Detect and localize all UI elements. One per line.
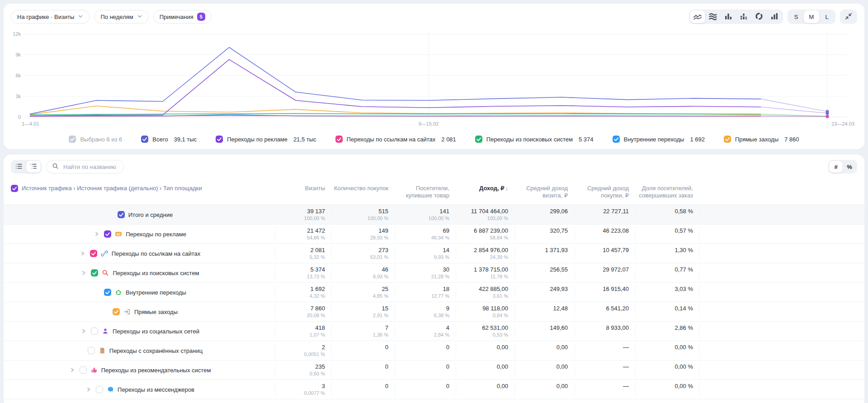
header-checkbox[interactable] [11, 185, 18, 192]
tree-list-view-button[interactable] [26, 161, 41, 173]
row-checkbox[interactable] [91, 269, 98, 276]
row-checkbox[interactable] [104, 230, 111, 238]
metric-percent: 28,93 % [332, 234, 388, 241]
metric-percent [515, 293, 568, 300]
period-dropdown[interactable]: По неделям [94, 10, 148, 23]
column-header[interactable]: Средний доход визита, ₽ [514, 185, 574, 199]
expand-chevron-icon[interactable] [80, 269, 87, 276]
flat-list-view-button[interactable] [12, 161, 26, 173]
row-checkbox[interactable] [104, 289, 111, 296]
row-name-label[interactable]: Переходы с сохранённых страниц [109, 347, 203, 354]
chart-type-line-button[interactable] [690, 10, 705, 23]
chart-type-stacked-bar-button[interactable] [736, 10, 751, 23]
dimension-breadcrumb[interactable]: Источник трафика › Источник трафика (дет… [22, 185, 202, 192]
chart-end-point [826, 115, 829, 118]
expand-chevron-icon[interactable] [93, 230, 100, 238]
column-header[interactable]: Посетители, купившие товар [395, 185, 456, 199]
legend-checkbox[interactable] [335, 136, 343, 143]
row-name-label[interactable]: Итого и средние [128, 211, 173, 218]
legend-select-all[interactable]: Выбрано 6 из 6 [69, 136, 122, 143]
row-checkbox[interactable] [96, 386, 103, 393]
legend-item[interactable]: Прямые заходы7 860 [724, 136, 799, 143]
row-checkbox[interactable] [113, 308, 120, 315]
legend-item[interactable]: Переходы по ссылкам на сайтах2 081 [335, 136, 456, 143]
row-checkbox[interactable] [90, 250, 97, 257]
metric-percent: 24,39 % [456, 254, 508, 261]
metric-value: 3,03 % [636, 285, 693, 293]
table-row: Итого и средние39 137100,00 %515100,00 %… [4, 205, 864, 225]
metric-cell: 2350,60 % [275, 363, 331, 377]
search-icon [52, 163, 59, 171]
metric-percent [456, 351, 508, 358]
metric-cell: 5 37413,73 % [275, 266, 331, 280]
chart-type-area-button[interactable] [705, 10, 721, 23]
numbers-toggle[interactable]: # [829, 161, 843, 173]
row-name-label[interactable]: Переходы из поисковых систем [113, 270, 199, 276]
collapse-chart-button[interactable] [840, 9, 857, 24]
chart-size-m-button[interactable]: M [804, 10, 819, 23]
legend-checkbox[interactable] [475, 136, 482, 143]
notes-button-label: Примечания [160, 14, 193, 20]
chart-type-pie-button[interactable] [751, 10, 767, 23]
column-header[interactable]: Количество покупок [331, 185, 395, 192]
legend-checkbox[interactable] [141, 136, 148, 143]
metric-percent [575, 312, 629, 319]
row-name-label[interactable]: Переходы из социальных сетей [113, 328, 199, 335]
metric-cell: 0,00 [456, 343, 514, 358]
metric-percent [636, 332, 693, 338]
svg-text:23—24.03: 23—24.03 [831, 121, 854, 127]
row-name-label[interactable]: Переходы из рекомендательных систем [101, 367, 211, 374]
metric-dropdown[interactable]: На графике · Визиты [11, 10, 90, 23]
metric-value: 30 [395, 266, 449, 273]
stacked-area-icon [708, 12, 717, 22]
column-header[interactable]: Средний доход покупки, ₽ [574, 185, 635, 199]
row-checkbox[interactable] [80, 366, 87, 374]
metric-value: 4 [395, 324, 449, 332]
row-checkbox[interactable] [91, 328, 98, 335]
notes-count-badge: 5 [197, 13, 205, 21]
row-checkbox[interactable] [118, 211, 125, 218]
legend-checkbox[interactable] [724, 136, 731, 143]
expand-chevron-icon[interactable] [79, 250, 86, 257]
legend-value: 21,5 тыс [293, 136, 316, 143]
table-card: # % Источник трафика › Источник трафика … [4, 155, 864, 403]
chart-size-s-button[interactable]: S [788, 10, 804, 23]
legend-item[interactable]: Переходы по рекламе21,5 тыс [216, 136, 316, 143]
chart-type-column-button[interactable] [767, 10, 782, 23]
row-name-label[interactable]: Прямые заходы [134, 309, 178, 315]
dimension-column-header[interactable]: Источник трафика › Источник трафика (дет… [4, 185, 275, 192]
legend-item[interactable]: Всего39,1 тыс [141, 136, 197, 143]
row-checkbox[interactable] [88, 347, 95, 354]
metric-cell: 0,58 % [635, 207, 699, 222]
expand-chevron-icon[interactable] [85, 386, 92, 393]
legend-checkbox[interactable] [216, 136, 223, 143]
metric-value: — [575, 363, 629, 370]
column-header[interactable]: Визиты [275, 185, 331, 192]
metric-percent [636, 215, 693, 222]
metric-value: 0 [332, 363, 388, 370]
notes-button[interactable]: Примечания 5 [153, 10, 212, 23]
metric-cell: — [574, 382, 635, 397]
legend-checkbox[interactable] [613, 136, 620, 143]
chart-type-bar-button[interactable] [721, 10, 736, 23]
link-icon [101, 250, 108, 257]
row-name-label[interactable]: Внутренние переходы [126, 289, 186, 296]
row-name-label[interactable]: Переходы из мессенджеров [118, 386, 194, 393]
column-header[interactable]: Доход, ₽↓ [456, 185, 514, 192]
table-search[interactable] [46, 160, 124, 173]
metric-cell: 6 887 239,0058,84 % [456, 227, 514, 241]
expand-chevron-icon[interactable] [80, 328, 87, 335]
percent-toggle[interactable]: % [843, 161, 856, 173]
metric-cell: 46 223,08 [574, 227, 635, 241]
row-name-label[interactable]: Переходы по рекламе [126, 231, 186, 238]
search-input[interactable] [62, 163, 118, 171]
column-header[interactable]: Доля посетителей, совершивших заказ [635, 185, 699, 199]
legend-item[interactable]: Внутренние переходы1 692 [613, 136, 705, 143]
table-row: Переходы из социальных сетей4181,07 %71,… [4, 322, 864, 341]
select-all-checkbox[interactable] [69, 136, 76, 143]
row-name-label[interactable]: Переходы по ссылкам на сайтах [112, 250, 201, 257]
chart-size-l-button[interactable]: L [819, 10, 835, 23]
metric-percent [636, 273, 693, 280]
legend-item[interactable]: Переходы из поисковых систем5 374 [475, 136, 594, 143]
expand-chevron-icon[interactable] [69, 366, 76, 374]
